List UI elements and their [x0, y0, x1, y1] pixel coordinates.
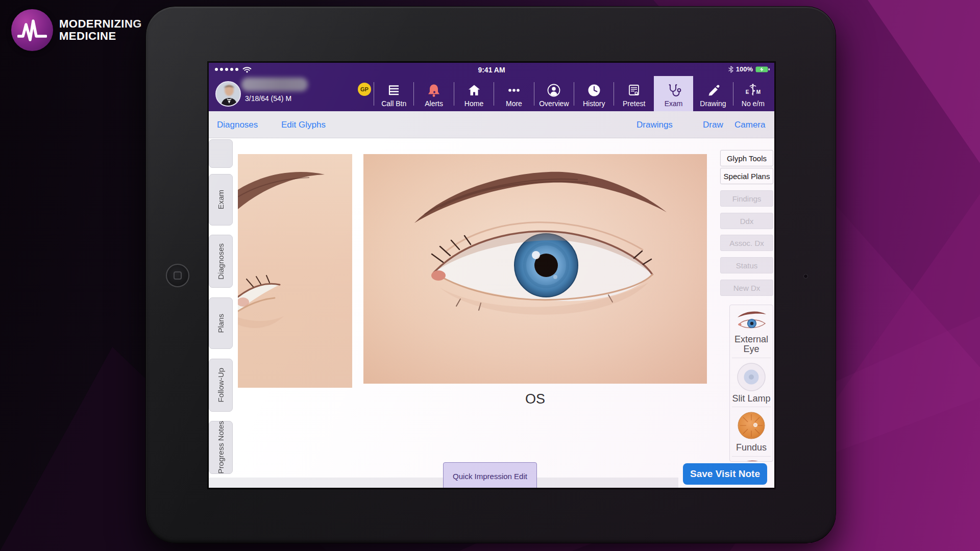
- side-tab-progress-notes[interactable]: Progress Notes: [209, 421, 233, 474]
- main-nav: Call Btn Alerts Home: [374, 76, 773, 111]
- glyph-external-eye[interactable]: External Eye: [730, 309, 773, 355]
- battery-charging-icon: [755, 66, 770, 73]
- assoc-dx-button: Assoc. Dx: [720, 235, 773, 251]
- glyph-fundus[interactable]: Fundus: [730, 410, 773, 453]
- brand-line1: MODERNIZING: [59, 18, 142, 30]
- patient-avatar[interactable]: [215, 81, 241, 107]
- nav-item-call-btn[interactable]: Call Btn: [374, 76, 413, 111]
- edit-glyphs-link[interactable]: Edit Glyphs: [281, 120, 326, 130]
- side-tab-plans[interactable]: Plans: [209, 297, 233, 349]
- glyph-slit-lamp[interactable]: Slit Lamp: [730, 362, 773, 404]
- svg-text:E: E: [746, 89, 749, 95]
- camera-link[interactable]: Camera: [734, 120, 765, 130]
- brand-line2: MEDICINE: [59, 30, 142, 42]
- logo-pulse-m-icon: [11, 9, 53, 51]
- nav-item-no-em[interactable]: E M No e/m: [733, 76, 773, 111]
- eye-side-label: OS: [363, 391, 707, 407]
- status-bar: 9:41 AM 100%: [209, 63, 774, 76]
- patient-dob-age-sex: 3/18/64 (54) M: [245, 94, 291, 103]
- nav-item-exam[interactable]: Exam: [654, 76, 693, 111]
- external-eye-icon: [734, 309, 768, 333]
- modernizing-medicine-logo: MODERNIZING MEDICINE: [11, 9, 142, 51]
- eye-canvas-os[interactable]: [363, 154, 707, 384]
- app-screen: 9:41 AM 100%: [209, 63, 774, 488]
- ddx-button: Ddx: [720, 213, 773, 229]
- bell-icon: [426, 83, 442, 98]
- draw-link[interactable]: Draw: [703, 120, 723, 130]
- side-tab-exam[interactable]: Exam: [209, 174, 233, 226]
- ipad-device: 9:41 AM 100%: [145, 6, 836, 543]
- status-time: 9:41 AM: [209, 66, 774, 74]
- svg-text:M: M: [756, 89, 761, 95]
- home-button[interactable]: [166, 264, 189, 287]
- marker-icon: [705, 83, 721, 98]
- side-tab-rail: [209, 139, 233, 168]
- nav-item-history[interactable]: History: [574, 76, 614, 111]
- gp-badge: GP: [358, 83, 371, 96]
- slit-lamp-icon: [737, 362, 766, 392]
- exam-content: Exam Diagnoses Plans Follow-Up Progress …: [209, 138, 774, 488]
- new-dx-button: New Dx: [720, 280, 773, 296]
- findings-button: Findings: [720, 190, 773, 207]
- quick-impression-edit-button[interactable]: Quick Impression Edit: [443, 462, 537, 488]
- caduceus-icon: E M: [744, 83, 762, 98]
- call-list-icon: [386, 83, 402, 98]
- status-button: Status: [720, 257, 773, 273]
- camera-dot: [803, 274, 808, 279]
- fundus-icon: [736, 410, 767, 441]
- special-plans-button[interactable]: Special Plans: [720, 168, 773, 184]
- partial-glyph-icon: [737, 460, 766, 462]
- side-tab-follow-up[interactable]: Follow-Up: [209, 359, 233, 412]
- diagnoses-link[interactable]: Diagnoses: [217, 120, 258, 130]
- bluetooth-icon: [728, 66, 733, 73]
- glyph-tools-button[interactable]: Glyph Tools: [720, 150, 773, 166]
- save-visit-note-button[interactable]: Save Visit Note: [683, 463, 767, 485]
- ellipsis-icon: [506, 83, 522, 98]
- document-icon: [626, 83, 642, 98]
- patient-name-redacted: [241, 78, 308, 91]
- eye-canvas-od-partial[interactable]: [238, 154, 352, 388]
- side-tab-diagnoses[interactable]: Diagnoses: [209, 235, 233, 288]
- nav-item-home[interactable]: Home: [454, 76, 494, 111]
- glyph-partial-next: [730, 460, 773, 462]
- person-icon: [546, 83, 561, 98]
- app-header: 9:41 AM 100%: [209, 63, 774, 111]
- nav-item-drawing[interactable]: Drawing: [693, 76, 732, 111]
- drawings-link[interactable]: Drawings: [636, 120, 673, 130]
- home-icon: [467, 83, 482, 98]
- nav-item-alerts[interactable]: Alerts: [414, 76, 453, 111]
- secondary-toolbar: Diagnoses Edit Glyphs Drawings Draw Came…: [209, 111, 774, 138]
- battery-percent: 100%: [736, 65, 753, 73]
- clock-icon: [586, 83, 602, 98]
- glyph-list: External Eye Slit Lamp: [729, 305, 773, 462]
- stethoscope-icon: [666, 83, 682, 98]
- nav-item-overview[interactable]: Overview: [534, 76, 574, 111]
- nav-item-more[interactable]: More: [494, 76, 533, 111]
- nav-item-pretest[interactable]: Pretest: [614, 76, 653, 111]
